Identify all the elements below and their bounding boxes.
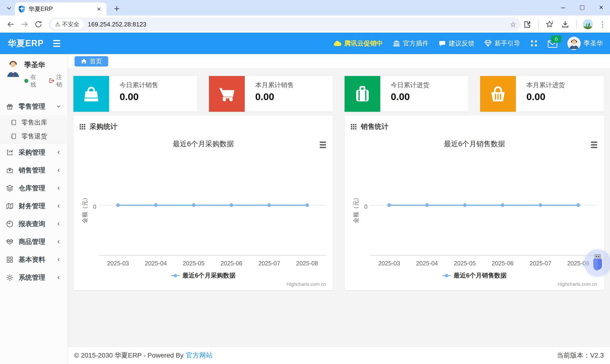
back-icon[interactable] — [5, 19, 16, 30]
home-tab[interactable]: 首页 — [75, 56, 108, 66]
new-tab-button[interactable]: + — [112, 3, 122, 14]
home-tab-label: 首页 — [90, 57, 102, 65]
window-controls: – □ × — [558, 0, 607, 15]
sales-stats-panel: 销售统计 最近6个月销售数据 金额（元） 0 2025-032025-04202… — [345, 116, 604, 290]
x-axis-label: 2025-06 — [221, 260, 242, 267]
user-menu[interactable]: 季圣华 — [567, 37, 603, 50]
screen: 华夏ERP × + – □ × ⚠ 不安全 169.254.252.28:812… — [0, 0, 610, 364]
sidebar-item-label: 销售管理 — [19, 166, 56, 175]
chart-title: 最近6个月销售数据 — [345, 139, 604, 149]
floating-extension-widget[interactable] — [584, 249, 610, 276]
header-nav: 腾讯云促销中 官方插件 建议反馈 新手引导 — [333, 37, 603, 50]
footer-version-value: V2.3 — [590, 351, 604, 359]
chart-legend[interactable]: 最近6个月销售数据 — [345, 271, 604, 280]
footer-official-site-link[interactable]: 官方网站 — [186, 351, 213, 360]
sidebar-item-sales[interactable]: 销售管理 — [0, 161, 68, 179]
sidebar-item-retail-return[interactable]: 零售退货 — [0, 129, 68, 143]
sidebar-subitem-label: 零售退货 — [21, 132, 47, 141]
chart-credits-link[interactable]: Highcharts.com.cn — [558, 282, 597, 287]
x-axis-label: 2025-05 — [454, 260, 476, 267]
reading-list-star-icon[interactable] — [545, 20, 554, 29]
tab-search-caret-icon[interactable] — [4, 3, 14, 13]
address-bar[interactable]: ⚠ 不安全 169.254.252.28:8123 ☆ — [49, 18, 521, 31]
window-minimize-icon[interactable]: – — [558, 2, 569, 13]
sidebar-item-label: 基本资料 — [19, 255, 56, 264]
nav-promo[interactable]: 腾讯云促销中 — [333, 39, 383, 48]
extensions-puzzle-icon[interactable] — [522, 20, 532, 29]
browser-tab-strip: 华夏ERP × + – □ × — [0, 0, 610, 15]
chart-context-menu-icon[interactable] — [320, 142, 326, 148]
x-axis-label: 2025-07 — [530, 260, 551, 267]
toolbox-icon — [6, 167, 13, 174]
series-marker — [388, 203, 391, 207]
favicon-shield-icon — [18, 5, 25, 13]
x-axis-label: 2025-04 — [145, 260, 167, 267]
sidebar-item-basic-data[interactable]: 基本资料 — [0, 251, 68, 269]
sidebar-item-label: 商品管理 — [19, 237, 56, 246]
stat-card-today-sales[interactable]: 今日累计销售 0.00 — [73, 76, 197, 112]
stat-card-value: 0.00 — [391, 91, 429, 103]
stat-card-label: 本月累计销售 — [255, 81, 294, 89]
download-icon[interactable] — [560, 20, 570, 29]
footer-version-label: 当前版本： — [557, 351, 590, 359]
logout-link[interactable]: 注销 — [49, 73, 68, 88]
cloud-icon — [333, 40, 341, 46]
panel-title: 采购统计 — [90, 122, 117, 131]
series-marker — [230, 203, 233, 207]
toolbar-divider — [538, 20, 539, 28]
purchase-return-icon — [6, 149, 13, 156]
series-marker — [305, 203, 309, 207]
window-maximize-icon[interactable]: □ — [577, 2, 588, 13]
x-axis-label: 2025-03 — [107, 260, 129, 267]
chart-legend[interactable]: 最近6个月采购数据 — [73, 271, 333, 280]
sidebar-toggle-icon[interactable] — [53, 40, 60, 47]
nav-plugin[interactable]: 官方插件 — [393, 39, 429, 48]
security-chip[interactable]: ⚠ 不安全 — [51, 19, 84, 29]
tab-close-icon[interactable]: × — [95, 5, 103, 13]
nav-feedback[interactable]: 建议反馈 — [439, 39, 474, 48]
purchase-stats-panel: 采购统计 最近6个月采购数据 金额（元） 0 2025-032025-04202… — [73, 116, 333, 290]
sidebar-item-retail[interactable]: 零售管理 — [0, 97, 68, 115]
sign-out-icon — [49, 78, 54, 84]
stat-card-month-sales[interactable]: 本月累计销售 0.00 — [209, 76, 333, 112]
footer-version: 当前版本：V2.3 — [557, 351, 604, 360]
notebook-icon — [11, 119, 17, 126]
notebook-icon — [11, 133, 17, 139]
fullscreen-button[interactable] — [530, 39, 538, 47]
reload-icon[interactable] — [33, 19, 44, 30]
chart-context-menu-icon[interactable] — [591, 142, 597, 148]
sidebar-item-warehouse[interactable]: 仓库管理 — [0, 179, 68, 197]
series-marker — [501, 203, 505, 207]
window-close-icon[interactable]: × — [596, 2, 607, 13]
sidebar-item-purchase[interactable]: 采购管理 — [0, 143, 68, 161]
nav-guide[interactable]: 新手引导 — [484, 39, 520, 48]
forward-icon[interactable] — [19, 19, 30, 30]
chevron-left-icon — [56, 221, 62, 227]
stat-card-label: 今日累计销售 — [120, 81, 158, 89]
browser-toolbar: ⚠ 不安全 169.254.252.28:8123 ☆ ⋮ — [0, 15, 610, 33]
sidebar-item-products[interactable]: 商品管理 — [0, 233, 68, 251]
stat-card-month-purchase[interactable]: 本月累计进货 0.00 — [480, 76, 604, 112]
sidebar-item-system[interactable]: 系统管理 — [0, 269, 68, 286]
url-text[interactable]: 169.254.252.28:8123 — [88, 21, 510, 28]
sidebar-item-finance[interactable]: 财务管理 — [0, 197, 68, 215]
browser-profile-avatar[interactable] — [583, 19, 593, 29]
chart-title: 最近6个月采购数据 — [73, 139, 333, 149]
bookmark-star-icon[interactable]: ☆ — [510, 20, 516, 29]
browser-tab[interactable]: 华夏ERP × — [15, 2, 106, 15]
sidebar-item-reports[interactable]: 报表查询 — [0, 215, 68, 233]
tab-title: 华夏ERP — [29, 5, 95, 13]
chevron-left-icon — [56, 203, 62, 209]
series-marker — [576, 203, 580, 207]
sidebar-item-retail-out[interactable]: 零售出库 — [0, 116, 68, 129]
messages-button[interactable]: 0 — [548, 39, 557, 48]
browser-menu-icon[interactable]: ⋮ — [599, 20, 606, 29]
shopping-basket-icon — [480, 76, 516, 112]
main-content: 首页 今日累计销售 0.00 本月累计销售 0.00 — [68, 54, 610, 364]
app-logo[interactable]: 华夏ERP — [8, 38, 44, 49]
sidebar-user-avatar — [6, 59, 20, 77]
stat-card-today-purchase[interactable]: 今日累计进货 0.00 — [345, 76, 468, 112]
chart-credits-link[interactable]: Highcharts.com.cn — [286, 282, 326, 287]
series-marker — [116, 203, 120, 207]
expand-arrows-icon — [530, 39, 538, 47]
